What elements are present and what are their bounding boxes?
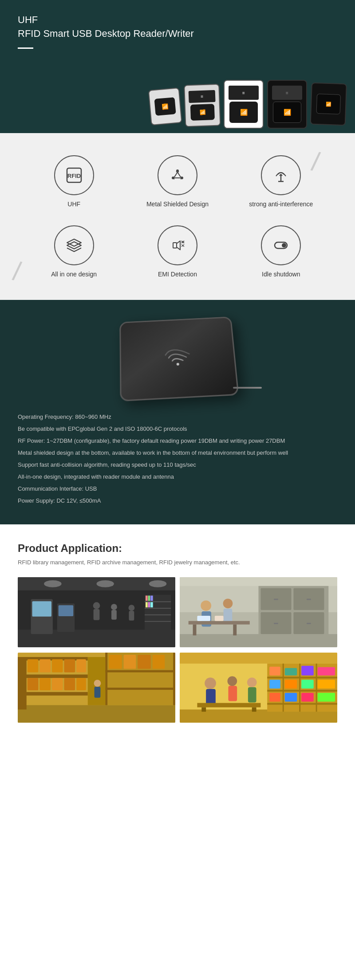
svg-point-17: [177, 363, 179, 366]
svg-rect-82: [76, 678, 86, 690]
svg-rect-112: [318, 680, 335, 689]
svg-rect-124: [201, 707, 206, 712]
feature-uhf-label: UHF: [67, 201, 80, 208]
spec-item-7: Power Supply: DC 12V, ≤500mA: [18, 495, 337, 507]
features-grid: RFID UHF: [27, 155, 328, 278]
feature-anti-interference-label: strong anti-interference: [249, 201, 313, 208]
app-images-grid: [18, 577, 337, 723]
svg-rect-90: [138, 655, 151, 669]
svg-rect-102: [283, 664, 284, 712]
spec-item-0: Operating Frequency: 860~960 MHz: [18, 411, 337, 423]
app-description: RFID library management, RFID archive ma…: [18, 559, 337, 566]
svg-rect-38: [145, 621, 171, 622]
anti-interference-icon-circle: [261, 155, 301, 195]
title-line1: UHF: [18, 14, 38, 25]
svg-rect-56: [274, 623, 278, 624]
title-divider: [18, 47, 33, 49]
product-device: [119, 316, 239, 401]
svg-point-32: [128, 605, 134, 611]
product-image-area: [18, 318, 337, 398]
office-scene: [180, 577, 337, 648]
svg-rect-99: [267, 677, 337, 678]
svg-rect-73: [28, 659, 39, 673]
svg-rect-29: [94, 609, 100, 620]
svg-rect-66: [215, 616, 224, 621]
svg-rect-37: [145, 614, 171, 615]
wifi-icon-4: 📶: [284, 109, 291, 116]
svg-rect-42: [146, 602, 148, 607]
svg-rect-94: [95, 687, 101, 698]
svg-point-119: [227, 676, 237, 686]
svg-rect-120: [228, 686, 237, 701]
svg-rect-101: [267, 703, 337, 705]
svg-rect-105: [269, 667, 280, 676]
svg-point-121: [247, 677, 257, 687]
svg-point-117: [205, 677, 216, 689]
svg-rect-116: [318, 693, 335, 702]
svg-rect-107: [301, 666, 314, 676]
feature-uhf: RFID UHF: [27, 155, 121, 208]
svg-point-30: [111, 604, 117, 610]
wifi-icon-3: 📶: [240, 109, 248, 116]
header-section: UHF RFID Smart USB Desktop Reader/Writer…: [0, 0, 355, 133]
uhf-icon: RFID: [63, 165, 85, 186]
svg-rect-62: [189, 621, 250, 625]
rfid-antenna-icon: [159, 339, 197, 376]
svg-rect-71: [18, 674, 88, 678]
svg-point-93: [94, 680, 101, 687]
product-cable: [233, 387, 262, 389]
application-section: Product Application: RFID library manage…: [0, 524, 355, 741]
idle-shutdown-icon-circle: [261, 225, 301, 265]
svg-rect-89: [124, 655, 136, 669]
layers-icon: [63, 235, 85, 256]
svg-rect-110: [285, 680, 297, 689]
svg-rect-25: [32, 601, 51, 617]
spec-item-6: Communication Interface: USB: [18, 483, 337, 495]
anti-interference-icon: [270, 165, 292, 186]
product-visual-wrapper: [120, 318, 235, 398]
svg-rect-80: [52, 678, 63, 690]
svg-rect-27: [59, 605, 74, 616]
svg-rect-40: [148, 596, 150, 601]
svg-rect-87: [105, 688, 175, 690]
svg-rect-123: [197, 703, 260, 708]
device-card-5: 📶: [310, 83, 347, 126]
spec-item-4: Support fast anti-collision algorithm, r…: [18, 459, 337, 471]
retail-scene: [180, 652, 337, 723]
svg-rect-75: [52, 659, 63, 673]
feature-idle-shutdown-label: Idle shutdown: [262, 271, 300, 278]
specs-list: Operating Frequency: 860~960 MHz Be comp…: [18, 411, 337, 507]
svg-point-58: [201, 600, 211, 611]
device-group: 📶 ≡ 📶 ≡ 📶 ≡: [150, 80, 355, 133]
svg-rect-72: [18, 692, 88, 696]
svg-rect-31: [111, 610, 117, 620]
svg-point-21: [97, 580, 114, 587]
svg-point-20: [44, 580, 61, 587]
svg-rect-79: [39, 678, 51, 690]
device-card-3: ≡ 📶: [224, 80, 264, 129]
svg-rect-125: [252, 707, 256, 712]
svg-rect-103: [299, 664, 300, 712]
emi-icon-circle: [158, 225, 197, 265]
svg-rect-84: [105, 653, 107, 705]
specs-section: Operating Frequency: 860~960 MHz Be comp…: [0, 300, 355, 524]
svg-rect-122: [248, 687, 256, 703]
app-title: Product Application:: [18, 542, 337, 555]
svg-rect-57: [307, 623, 311, 624]
svg-rect-55: [307, 598, 311, 600]
all-in-one-icon-circle: [54, 225, 94, 265]
svg-rect-65: [197, 616, 210, 621]
svg-rect-35: [145, 601, 171, 602]
app-image-office: [180, 577, 337, 648]
feature-metal-shield-label: Metal Shielded Design: [146, 201, 209, 208]
emi-icon: [167, 235, 188, 256]
svg-rect-77: [76, 659, 86, 673]
feature-emi: EMI Detection: [130, 225, 225, 278]
toggle-icon: [270, 235, 292, 256]
svg-line-5: [174, 172, 178, 177]
svg-rect-88: [109, 655, 122, 669]
library-scene: [18, 577, 175, 648]
warehouse-scene: [18, 652, 175, 723]
svg-rect-39: [146, 596, 148, 601]
svg-rect-91: [153, 655, 165, 669]
